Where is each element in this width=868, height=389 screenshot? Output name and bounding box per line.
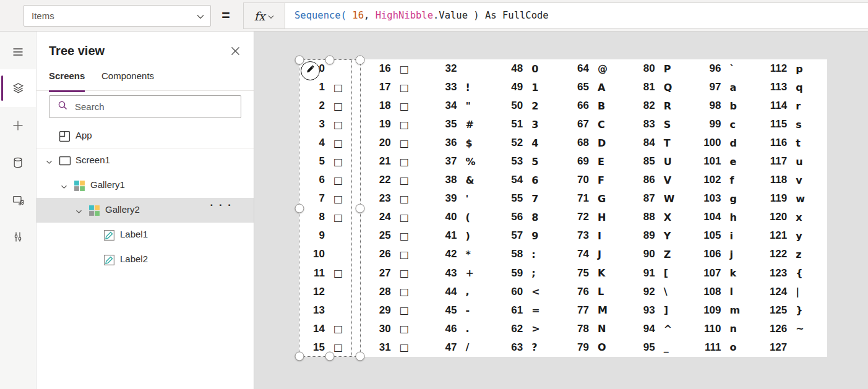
ascii-cell[interactable]: 58: — [497, 245, 563, 263]
ascii-code-label[interactable]: 23 — [365, 192, 391, 205]
ascii-code-label[interactable]: 49 — [497, 81, 523, 93]
fx-dropdown-button[interactable]: fx — [244, 3, 285, 28]
chevron-down-icon[interactable] — [61, 182, 67, 193]
ascii-cell[interactable]: 68D — [563, 134, 629, 152]
ascii-char-label[interactable]: □ — [400, 304, 409, 316]
ascii-cell[interactable]: 112p — [761, 59, 827, 78]
ascii-char-label[interactable]: i — [730, 230, 733, 242]
ascii-char-label[interactable]: [ — [664, 267, 668, 279]
ascii-code-label[interactable]: 105 — [695, 229, 721, 242]
ascii-code-label[interactable]: 75 — [563, 267, 589, 280]
ascii-cell[interactable]: 80P — [629, 59, 695, 78]
ascii-cell[interactable]: 25□ — [365, 226, 431, 245]
ascii-code-label[interactable]: 124 — [761, 286, 787, 298]
ascii-code-label[interactable]: 84 — [629, 137, 655, 149]
ascii-cell[interactable]: 77M — [563, 301, 629, 320]
ascii-char-label[interactable]: # — [466, 119, 474, 130]
rail-item-advanced-tools[interactable] — [0, 218, 36, 255]
ascii-code-label[interactable]: 54 — [497, 174, 523, 186]
ascii-cell[interactable]: 579 — [497, 226, 563, 245]
ascii-cell[interactable]: 27□ — [365, 264, 431, 283]
ascii-char-label[interactable]: ] — [664, 304, 668, 316]
ascii-cell[interactable]: 41) — [431, 226, 497, 245]
ascii-char-label[interactable]: m — [730, 304, 741, 316]
ascii-char-label[interactable]: > — [531, 323, 539, 335]
ascii-cell[interactable]: 79O — [563, 338, 629, 357]
ascii-code-label[interactable]: 42 — [431, 248, 457, 260]
ascii-char-label[interactable]: X — [664, 212, 671, 223]
rail-item-insert[interactable] — [0, 107, 36, 144]
ascii-cell[interactable]: 19□ — [365, 115, 431, 134]
ascii-code-label[interactable]: 55 — [497, 192, 523, 205]
ascii-cell[interactable]: 105i — [695, 226, 762, 245]
ascii-cell[interactable]: 546 — [497, 171, 563, 189]
ascii-code-label[interactable]: 85 — [629, 155, 655, 168]
ascii-code-label[interactable]: 31 — [365, 341, 391, 354]
ascii-cell[interactable]: 47/ — [431, 338, 497, 357]
ascii-cell[interactable]: 97a — [695, 78, 762, 96]
ascii-char-label[interactable]: V — [664, 174, 671, 186]
ascii-cell[interactable]: 22□ — [365, 171, 431, 189]
ascii-code-label[interactable]: 25 — [365, 229, 391, 242]
ascii-code-label[interactable]: 56 — [497, 211, 523, 223]
ascii-char-label[interactable]: @ — [598, 63, 608, 75]
ascii-code-label[interactable]: 32 — [431, 62, 457, 75]
ascii-code-label[interactable]: 88 — [629, 211, 655, 223]
ascii-cell[interactable]: 86V — [629, 171, 695, 189]
ascii-code-label[interactable]: 70 — [563, 174, 589, 186]
ascii-char-label[interactable]: & — [466, 174, 475, 186]
ascii-code-label[interactable]: 33 — [431, 81, 457, 93]
ascii-char-label[interactable]: } — [796, 304, 802, 316]
ascii-char-label[interactable]: / — [466, 341, 470, 353]
ascii-char-label[interactable]: a — [730, 82, 737, 93]
ascii-cell[interactable]: 76L — [563, 283, 629, 301]
ascii-code-label[interactable]: 118 — [761, 174, 787, 186]
ascii-char-label[interactable]: g — [730, 193, 737, 205]
ascii-code-label[interactable]: 29 — [365, 304, 391, 317]
ascii-code-label[interactable]: 65 — [563, 81, 589, 93]
ascii-code-label[interactable]: 38 — [431, 174, 457, 186]
ascii-char-label[interactable]: □ — [400, 174, 409, 186]
ascii-char-label[interactable]: □ — [400, 137, 409, 149]
ascii-cell[interactable]: 122z — [761, 245, 827, 263]
ascii-char-label[interactable]: N — [598, 323, 606, 335]
ascii-char-label[interactable]: \ — [664, 286, 668, 297]
ascii-cell[interactable]: 16□ — [365, 59, 431, 78]
ascii-code-label[interactable]: 98 — [695, 100, 721, 112]
ascii-code-label[interactable]: 46 — [431, 323, 457, 335]
ascii-char-label[interactable]: + — [466, 267, 474, 279]
ascii-char-label[interactable]: Z — [664, 249, 671, 260]
ascii-char-label[interactable]: K — [598, 267, 605, 279]
ascii-char-label[interactable]: G — [598, 193, 606, 205]
ascii-char-label[interactable]: p — [796, 63, 802, 75]
ascii-char-label[interactable]: L — [598, 286, 604, 297]
ascii-cell[interactable]: 568 — [497, 208, 563, 226]
ascii-char-label[interactable]: T — [664, 137, 671, 149]
ascii-char-label[interactable]: 2 — [531, 100, 538, 112]
ascii-code-label[interactable]: 95 — [629, 341, 655, 354]
ascii-cell[interactable]: 93] — [629, 301, 695, 320]
ascii-cell[interactable]: 125} — [761, 301, 827, 320]
ascii-code-label[interactable]: 115 — [761, 118, 787, 130]
ascii-code-label[interactable]: 41 — [431, 229, 457, 242]
ascii-char-label[interactable]: □ — [400, 82, 409, 93]
ascii-char-label[interactable]: | — [796, 286, 799, 297]
ascii-char-label[interactable]: □ — [400, 249, 409, 260]
ascii-cell[interactable]: 33! — [431, 78, 497, 96]
ascii-cell[interactable]: 38& — [431, 171, 497, 189]
ascii-code-label[interactable]: 60 — [497, 286, 523, 298]
ascii-cell[interactable]: 46. — [431, 320, 497, 338]
ascii-cell[interactable]: 491 — [497, 78, 563, 96]
ascii-char-label[interactable]: , — [466, 286, 470, 297]
ascii-code-label[interactable]: 111 — [695, 341, 721, 354]
rail-item-data[interactable] — [0, 144, 36, 181]
ascii-code-label[interactable]: 67 — [563, 118, 589, 130]
ascii-cell[interactable]: 75K — [563, 264, 629, 283]
ascii-char-label[interactable]: v — [796, 174, 802, 186]
ascii-code-label[interactable]: 91 — [629, 267, 655, 280]
ascii-code-label[interactable]: 104 — [695, 211, 721, 223]
ascii-char-label[interactable]: l — [730, 286, 733, 297]
ascii-char-label[interactable]: B — [598, 100, 605, 112]
ascii-cell[interactable]: 36$ — [431, 134, 497, 152]
ascii-code-label[interactable]: 26 — [365, 248, 391, 260]
